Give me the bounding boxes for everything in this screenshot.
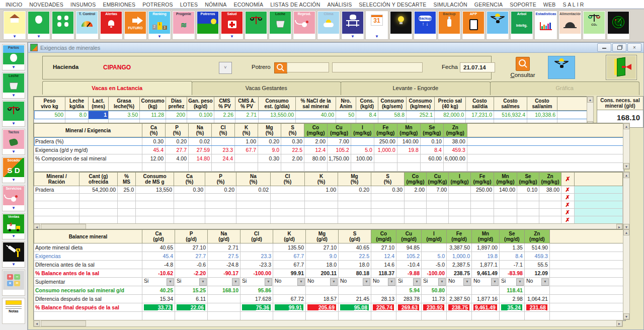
suplementar-select[interactable]: No▼ bbox=[273, 278, 306, 286]
delete-row-icon[interactable]: ✗ bbox=[561, 216, 575, 224]
cell[interactable]: 516,932.4 bbox=[494, 111, 527, 119]
cell[interactable] bbox=[539, 201, 561, 209]
suplementar-select[interactable]: No▼ bbox=[306, 278, 339, 286]
cell[interactable] bbox=[118, 194, 136, 201]
suplementar-select[interactable]: ▼ bbox=[208, 278, 240, 286]
cell[interactable]: 2.00 bbox=[304, 137, 328, 146]
cell[interactable] bbox=[427, 194, 449, 201]
chevron-down-icon[interactable]: ▼ bbox=[363, 278, 370, 286]
menu-item-embriones[interactable]: EMBRIONES bbox=[99, 2, 139, 8]
menu-item-nomina[interactable]: NÓMINA bbox=[201, 2, 230, 8]
cell[interactable]: 0.20 bbox=[205, 186, 236, 194]
cell[interactable] bbox=[305, 216, 338, 224]
cell[interactable] bbox=[517, 216, 539, 224]
tactos-caret-icon[interactable]: ▼ bbox=[3, 149, 25, 154]
balance-table-hscrollbar[interactable]: ◄► bbox=[33, 320, 623, 327]
cell[interactable] bbox=[338, 201, 371, 209]
toolbar-pesaje[interactable] bbox=[245, 11, 268, 40]
cell[interactable] bbox=[494, 194, 517, 201]
cell[interactable]: 200 bbox=[166, 111, 187, 119]
partos-caret-icon[interactable]: ▼ bbox=[3, 65, 25, 70]
servicios-caret-icon[interactable]: ▼ bbox=[3, 206, 25, 211]
cell[interactable] bbox=[471, 201, 494, 209]
cell[interactable] bbox=[494, 201, 517, 209]
cell[interactable]: 0.30 bbox=[258, 154, 281, 163]
toolbar-alimentacion[interactable]: Alimentación bbox=[558, 11, 582, 40]
cell[interactable]: 0.20 bbox=[338, 186, 371, 194]
animales-caret-icon[interactable]: ▼ bbox=[28, 34, 50, 39]
sidebar-notas[interactable]: Notas bbox=[2, 298, 25, 324]
cell[interactable] bbox=[34, 216, 79, 224]
cell[interactable] bbox=[236, 201, 271, 209]
cell[interactable]: 0.30 bbox=[174, 186, 205, 194]
cell[interactable] bbox=[136, 216, 174, 224]
suplementar-select[interactable]: Si▼ bbox=[422, 278, 447, 286]
cell[interactable] bbox=[449, 216, 471, 224]
cell[interactable]: 8.4 bbox=[356, 111, 378, 119]
suplementar-select[interactable]: No▼ bbox=[472, 278, 500, 286]
toolbar-t-control[interactable]: T. Control bbox=[75, 11, 99, 40]
cell[interactable] bbox=[539, 216, 561, 224]
cell[interactable] bbox=[471, 194, 494, 201]
cell[interactable] bbox=[449, 194, 471, 201]
balance-table-vscrollbar[interactable]: ▲▼ bbox=[623, 229, 630, 320]
sidebar-servicios[interactable]: Servicios▼ bbox=[2, 185, 25, 211]
chevron-down-icon[interactable]: ▼ bbox=[232, 278, 239, 286]
tab-vacas-en-lactancia[interactable]: Vacas en Lactancia bbox=[42, 81, 192, 95]
cell[interactable] bbox=[212, 137, 235, 146]
cell[interactable] bbox=[371, 209, 405, 216]
cell[interactable]: 0.30 bbox=[142, 137, 166, 146]
cell[interactable] bbox=[405, 216, 427, 224]
menu-item-listas-de-accion[interactable]: LISTAS DE ACCIÓN bbox=[267, 2, 324, 8]
cell[interactable]: 0.20 bbox=[166, 137, 189, 146]
cell[interactable] bbox=[338, 209, 371, 216]
cell[interactable]: 38.00 bbox=[443, 137, 467, 146]
toolbar-clima[interactable]: Clima bbox=[317, 11, 340, 40]
cell[interactable]: 140.00 bbox=[397, 137, 420, 146]
cell[interactable]: 14.80 bbox=[189, 154, 212, 163]
cell[interactable] bbox=[174, 201, 205, 209]
toolbar-animales[interactable]: ▼ bbox=[27, 11, 50, 40]
cell[interactable]: 1,000.0 bbox=[374, 146, 397, 154]
suplementar-select[interactable]: Si▼ bbox=[240, 278, 273, 286]
cell[interactable]: 13,550 bbox=[136, 186, 174, 194]
cell[interactable]: 2.26 bbox=[214, 111, 235, 119]
cell[interactable] bbox=[427, 201, 449, 209]
cell[interactable]: 24.4 bbox=[212, 154, 235, 163]
cell[interactable] bbox=[174, 216, 205, 224]
cell[interactable] bbox=[405, 209, 427, 216]
cell[interactable]: 8.4 bbox=[420, 146, 443, 154]
sidebar-tactos[interactable]: Tactos▼ bbox=[2, 129, 25, 155]
menu-item-potreros[interactable]: POTREROS bbox=[139, 2, 177, 8]
cell[interactable]: 7.00 bbox=[427, 186, 449, 194]
cell[interactable] bbox=[205, 194, 236, 201]
tab-levante-engorde[interactable]: Levante - Engorde bbox=[341, 81, 491, 95]
cell[interactable]: 252.1 bbox=[407, 111, 435, 119]
toolbar-huella-co2[interactable]: CO₂ bbox=[583, 11, 606, 40]
cell[interactable]: 12.4 bbox=[304, 146, 328, 154]
cell[interactable] bbox=[449, 201, 471, 209]
chevron-down-icon[interactable]: ▼ bbox=[388, 278, 395, 286]
toolbar-reproduccion[interactable]: Reprod. bbox=[293, 11, 316, 40]
ventas-caret-icon[interactable]: ▼ bbox=[3, 234, 25, 239]
cell[interactable] bbox=[79, 209, 118, 216]
fecha-field[interactable]: 21.07.14 bbox=[460, 62, 495, 72]
potrero-name-input[interactable] bbox=[332, 62, 423, 72]
potrero-search-icon[interactable] bbox=[274, 62, 287, 73]
cell[interactable]: 3.50 bbox=[109, 111, 140, 119]
cell[interactable]: 1,750.00 bbox=[328, 154, 351, 163]
cell[interactable]: 40.00 bbox=[296, 111, 336, 119]
toolbar-potreros[interactable]: Potreros bbox=[196, 11, 219, 40]
suplementar-select[interactable]: No▼ bbox=[339, 278, 371, 286]
suplementar-select[interactable]: Si▼ bbox=[499, 278, 524, 286]
cell[interactable] bbox=[371, 201, 405, 209]
cell[interactable] bbox=[517, 209, 539, 216]
cell[interactable] bbox=[118, 201, 136, 209]
toolbar-salud[interactable]: Salud▼ bbox=[220, 11, 244, 40]
toolbar-backup-nube[interactable]: Backup↑ ↓ bbox=[414, 11, 437, 40]
menu-item-novedades[interactable]: NOVEDADES bbox=[26, 2, 67, 8]
potrero-code-input[interactable] bbox=[287, 62, 329, 72]
exit-button[interactable] bbox=[606, 55, 637, 80]
toolbar-radar[interactable] bbox=[607, 11, 630, 40]
menu-item-economia[interactable]: ECONOMÍA bbox=[230, 2, 267, 8]
